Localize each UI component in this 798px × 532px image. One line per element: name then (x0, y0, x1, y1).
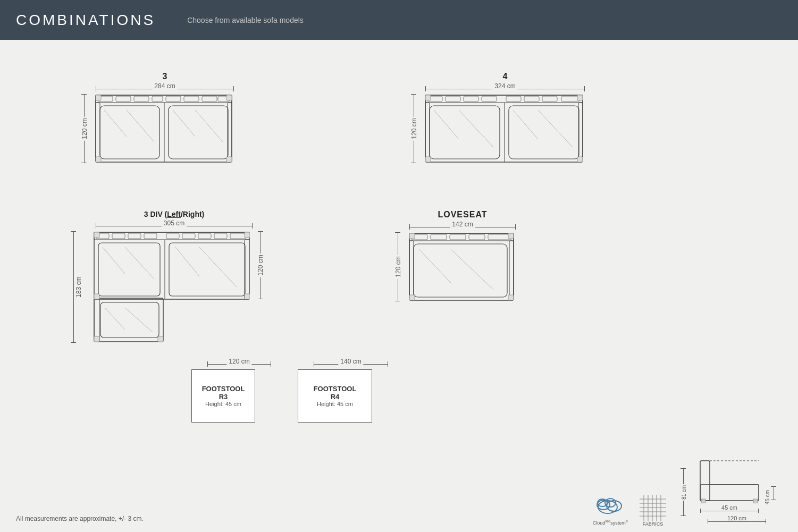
model-4-width-label: 324 cm (492, 82, 517, 90)
svg-rect-46 (94, 232, 250, 299)
loveseat-svg (408, 232, 515, 301)
model-3div-depth2-label: 120 cm (257, 253, 264, 277)
svg-rect-112 (753, 499, 758, 503)
svg-line-7 (173, 110, 195, 137)
footstool-r3-height: Height: 45 cm (205, 401, 241, 407)
svg-rect-44 (425, 95, 431, 100)
svg-line-56 (199, 247, 237, 287)
model-4-container: 4 324 cm 120 cm (404, 72, 585, 163)
svg-rect-20 (226, 157, 232, 162)
svg-rect-34 (464, 96, 478, 102)
svg-rect-54 (169, 243, 245, 296)
model-4-width-line: 324 cm (425, 83, 585, 94)
svg-rect-76 (409, 233, 514, 300)
model-4-depth-label: 120 cm (410, 116, 418, 140)
side-depth-label: 45 cm (720, 504, 739, 511)
footstool-r4-width-label: 140 cm (338, 358, 363, 365)
svg-rect-23 (425, 95, 583, 162)
model-3-container: 3 284 cm 120 cm (74, 72, 234, 163)
fabrics-text: FABRICS (643, 521, 663, 527)
footstool-r3-box: FOOTSTOOL R3 Height: 45 cm (191, 369, 255, 423)
svg-rect-17 (96, 103, 100, 162)
svg-rect-91 (508, 233, 514, 239)
svg-rect-15 (202, 96, 217, 102)
svg-rect-72 (94, 232, 99, 238)
svg-rect-88 (409, 295, 415, 300)
model-3-label: 3 (96, 72, 234, 81)
footstool-r3-width-label: 120 cm (226, 358, 251, 365)
cloud-logo: Cloud999system® (592, 491, 629, 527)
svg-rect-57 (100, 302, 159, 337)
svg-rect-73 (245, 232, 250, 238)
svg-line-79 (419, 249, 451, 283)
model-3div-label: 3 DIV (Left/Right) (96, 210, 253, 218)
svg-line-27 (434, 110, 459, 139)
svg-rect-13 (166, 96, 181, 102)
svg-line-30 (513, 110, 538, 139)
seat-height-label: 45 cm (765, 489, 770, 505)
svg-rect-39 (561, 96, 579, 102)
model-4-label: 4 (425, 72, 585, 81)
footstool-r3-container: 120 cm 88 cm FOOTSTOOL R3 Height: 45 cm (191, 359, 271, 423)
footstool-r3-sublabel: R3 (219, 393, 228, 401)
svg-rect-111 (701, 499, 705, 503)
svg-rect-78 (414, 244, 507, 297)
svg-rect-22 (226, 95, 232, 100)
footstool-r3-label: FOOTSTOOL (202, 385, 245, 393)
model-3div-svg (93, 231, 250, 343)
svg-rect-85 (488, 234, 511, 240)
loveseat-label: LOVESEAT (409, 210, 516, 219)
svg-rect-36 (506, 96, 521, 102)
svg-rect-19 (96, 157, 101, 162)
footstool-r4-label: FOOTSTOOL (314, 385, 357, 393)
svg-line-59 (125, 308, 153, 332)
fabrics-svg (640, 495, 666, 521)
svg-rect-21 (96, 95, 101, 100)
svg-line-52 (103, 247, 125, 274)
svg-rect-37 (524, 96, 539, 102)
bottom-notes: All measurements are approximate, +/- 3 … (16, 515, 144, 522)
svg-rect-11 (134, 96, 149, 102)
svg-rect-63 (144, 233, 157, 239)
svg-rect-43 (577, 157, 583, 162)
svg-line-28 (459, 110, 493, 147)
footstool-r4-sublabel: R4 (331, 393, 340, 401)
svg-rect-66 (198, 233, 211, 239)
svg-rect-61 (112, 233, 125, 239)
svg-rect-45 (577, 95, 583, 100)
svg-rect-26 (430, 106, 500, 159)
svg-rect-12 (152, 96, 163, 102)
svg-rect-62 (128, 233, 141, 239)
model-3div-container: 3 DIV (Left/Right) 305 cm 183 cm (64, 210, 253, 343)
svg-rect-75 (158, 336, 163, 342)
svg-line-53 (125, 247, 154, 279)
svg-rect-51 (98, 243, 160, 296)
svg-rect-33 (446, 96, 460, 102)
side-view-svg (695, 455, 764, 503)
svg-line-8 (195, 110, 223, 142)
model-3-width-line: 284 cm (96, 83, 234, 94)
svg-rect-64 (166, 233, 179, 239)
model-4-svg (424, 94, 584, 163)
svg-line-58 (105, 308, 125, 330)
svg-rect-70 (94, 294, 99, 299)
page-title: COMBINATIONS (16, 12, 155, 29)
footstool-r4-height: Height: 45 cm (317, 401, 353, 407)
svg-rect-74 (94, 336, 99, 342)
footstool-r4-box: FOOTSTOOL R4 Height: 45 cm (298, 369, 372, 423)
fabrics-logo: FABRICS (640, 495, 666, 527)
svg-rect-84 (469, 234, 485, 240)
svg-line-31 (538, 110, 573, 147)
svg-rect-82 (431, 234, 447, 240)
svg-rect-90 (409, 233, 415, 239)
loveseat-width-label: 142 cm (450, 221, 475, 228)
svg-rect-89 (508, 295, 514, 300)
svg-rect-29 (509, 106, 579, 159)
model-3-svg (95, 94, 233, 163)
footstool-r4-container: 140 cm 88 cm FOOTSTOOL R4 Height: 45 cm (298, 359, 388, 423)
side-width-label: 120 cm (726, 515, 748, 521)
model-3-width-label: 284 cm (152, 82, 177, 90)
model-3-depth-label: 120 cm (81, 116, 88, 140)
svg-rect-35 (482, 96, 497, 102)
svg-rect-86 (409, 241, 414, 300)
